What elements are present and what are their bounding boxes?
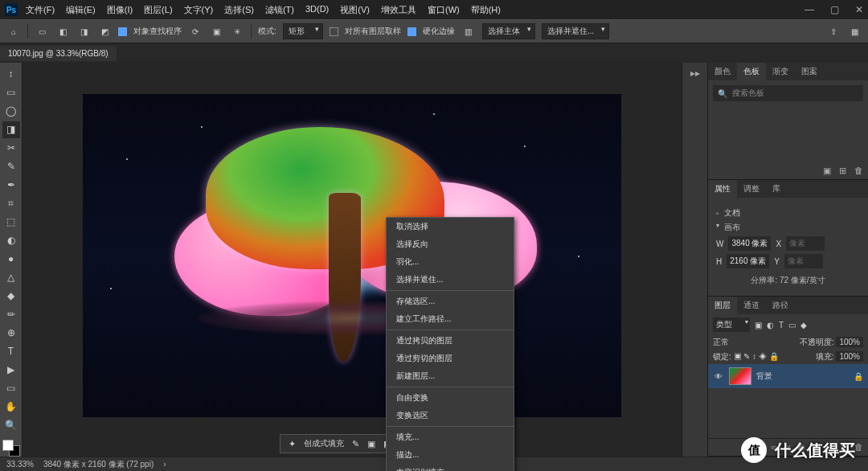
context-menu-item[interactable]: 选择反向 [387,236,514,253]
swatch-search[interactable]: 🔍 搜索色板 [713,85,863,101]
x-field[interactable]: 像素 [786,236,825,251]
menu-3d[interactable]: 3D(D) [305,4,329,16]
context-menu-item[interactable]: 描边... [387,446,514,464]
context-menu-item[interactable]: 选择并遮住... [387,271,514,289]
minimize-button[interactable]: — [805,4,814,15]
select-and-mask-button[interactable]: 选择并遮住... [542,23,609,39]
layer-row[interactable]: 👁 背景 🔒 [708,364,868,388]
crop-tool[interactable]: ✂ [2,140,20,157]
tab-swatches[interactable]: 色板 [737,63,766,80]
status-arrow-icon[interactable]: › [163,460,166,469]
menu-layer[interactable]: 图层(L) [144,4,172,16]
document-tab[interactable]: 10070.jpg @ 33.3%(RGB/8) [0,46,117,61]
visibility-toggle[interactable]: 👁 [713,372,724,381]
h-field[interactable]: 2160 像素 [727,254,769,268]
context-menu-item[interactable]: 建立工作路径... [387,310,514,328]
gear-icon[interactable]: ✳ [230,24,244,39]
menu-window[interactable]: 窗口(W) [428,4,460,16]
select-subject-button[interactable]: 选择主体 [482,23,535,39]
tool-icon[interactable]: ▭ [35,24,49,39]
gen-fill-button[interactable]: 创成式填充 [304,438,344,449]
menu-plugins[interactable]: 增效工具 [381,4,416,16]
menu-file[interactable]: 文件(F) [26,4,55,16]
sub-sel-icon[interactable]: ◨ [76,24,91,39]
workspace-icon[interactable]: ▦ [847,24,862,39]
zoom-tool[interactable]: 🔍 [2,416,20,433]
object-select-tool[interactable]: ◨ [2,121,20,138]
tab-layers[interactable]: 图层 [708,297,737,314]
brush-tool[interactable]: ⬚ [2,214,20,231]
marquee-tool[interactable]: ▭ [2,84,20,101]
strip-icon-1[interactable]: ▸▸ [690,68,700,79]
type-tool[interactable]: T [2,342,20,359]
context-menu-item[interactable]: 取消选择 [387,218,514,236]
y-field[interactable]: 像素 [784,254,823,268]
context-menu-item[interactable]: 通过剪切的图层 [387,350,514,367]
add-sel-icon[interactable]: ◧ [55,24,70,39]
swatch-trash-icon[interactable]: 🗑 [854,166,863,176]
blend-mode[interactable]: 正常 [713,337,729,348]
frame-tool[interactable]: ✎ [2,158,20,175]
mode-select[interactable]: 矩形 [283,23,323,39]
menu-help[interactable]: 帮助(H) [471,4,501,16]
menu-edit[interactable]: 编辑(E) [66,4,96,16]
filter-ico-3[interactable]: ▭ [788,321,796,330]
tab-adjust[interactable]: 调整 [737,180,766,198]
layer-thumb[interactable] [729,367,751,385]
tab-pattern[interactable]: 图案 [795,63,824,80]
path-tool[interactable]: ▶ [2,361,20,378]
lasso-tool[interactable]: ◯ [2,103,20,120]
share-icon[interactable]: ⇪ [826,24,841,39]
tab-color[interactable]: 颜色 [708,63,737,80]
fill-value[interactable]: 100% [836,351,863,362]
blur-tool[interactable]: ✏ [2,305,20,322]
context-menu-item[interactable]: 填充... [387,428,514,446]
context-menu-item[interactable]: 通过拷贝的图层 [387,332,514,350]
zoom-readout[interactable]: 33.33% [6,460,34,469]
context-menu-item[interactable]: 羽化... [387,253,514,271]
context-menu-item[interactable]: 内容识别填充... [387,464,514,471]
color-swatches[interactable] [2,440,20,457]
menu-filter[interactable]: 滤镜(T) [265,4,294,16]
canvas-area[interactable]: ✦ 创成式填充 ✎ ▣ ◩ ⇄ 选择 ⋯ [23,63,682,457]
layer-name[interactable]: 背景 [756,371,772,382]
tab-paths[interactable]: 路径 [766,297,795,314]
canvas-section[interactable]: 画布 [716,222,860,233]
swatch-folder-icon[interactable]: ▣ [823,166,831,176]
extra-icon[interactable]: ▥ [461,24,476,39]
layer-filter-kind[interactable]: 类型 [713,317,750,332]
filter-ico-0[interactable]: ▣ [755,321,762,330]
shape-tool[interactable]: ▭ [2,379,20,396]
gradient-tool[interactable]: ◆ [2,287,20,304]
move-tool[interactable]: ↕ [2,66,20,83]
refresh-icon[interactable]: ⟳ [188,24,203,39]
tab-properties[interactable]: 属性 [708,180,737,198]
menu-type[interactable]: 文字(Y) [184,4,214,16]
filter-ico-2[interactable]: T [779,321,784,330]
sample-all-check[interactable] [330,27,338,36]
tab-lib[interactable]: 库 [766,180,787,198]
canvas-image[interactable] [83,94,621,417]
menu-select[interactable]: 选择(S) [224,4,254,16]
heal-tool[interactable]: ⌗ [2,195,20,212]
menu-view[interactable]: 视图(V) [340,4,370,16]
cloud-icon[interactable]: ▣ [209,24,223,39]
w-field[interactable]: 3840 像素 [728,236,771,251]
dodge-tool[interactable]: ⊕ [2,324,20,341]
eraser-tool[interactable]: △ [2,268,20,285]
opacity-value[interactable]: 100% [836,337,863,347]
history-brush-tool[interactable]: ● [2,251,20,268]
context-menu-item[interactable]: 变换选区 [387,407,514,424]
context-menu-item[interactable]: 存储选区... [387,293,514,310]
trash-icon[interactable]: 🗑 [854,442,863,453]
subject-finder-check[interactable] [118,27,127,36]
close-button[interactable]: ✕ [855,4,863,15]
tab-gradient[interactable]: 渐变 [766,63,795,80]
maximize-button[interactable]: ▢ [830,4,839,15]
fg-color[interactable] [2,440,14,451]
eyedropper-tool[interactable]: ✒ [2,177,20,194]
context-menu-item[interactable]: 新建图层... [387,367,514,385]
swatch-new-icon[interactable]: ⊞ [839,166,846,176]
intersect-sel-icon[interactable]: ◩ [97,24,112,39]
lock-icon[interactable]: 🔒 [854,372,863,381]
